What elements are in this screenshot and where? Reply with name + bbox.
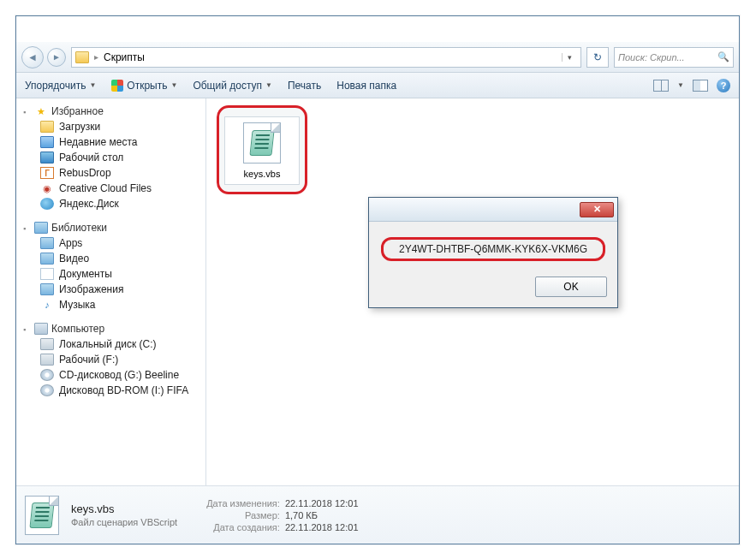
collapse-icon: ▪	[23, 325, 31, 333]
details-file-name: keys.vbs	[71, 503, 177, 515]
details-modified-label: Дата изменения:	[206, 498, 280, 508]
details-pane: keys.vbs Файл сценария VBScript Дата изм…	[16, 485, 739, 544]
sidebar-item-rebusdrop[interactable]: ГRebusDrop	[16, 165, 205, 181]
sidebar-item-drive-g[interactable]: CD-дисковод (G:) Beeline	[16, 367, 205, 383]
file-name-label: keys.vbs	[229, 169, 295, 179]
details-created-label: Дата создания:	[206, 522, 280, 532]
search-placeholder: Поиск: Скрип...	[618, 52, 685, 62]
dialog-close-button[interactable]: ✕	[580, 202, 614, 217]
collapse-icon: ▪	[23, 108, 31, 116]
recent-icon	[40, 136, 54, 148]
drive-icon	[40, 338, 54, 350]
star-icon: ★	[34, 105, 48, 117]
sidebar-item-desktop[interactable]: Рабочий стол	[16, 150, 205, 165]
new-folder-button[interactable]: Новая папка	[336, 80, 396, 92]
search-icon: 🔍	[717, 51, 729, 62]
library-icon	[40, 237, 54, 249]
details-size-label: Размер:	[206, 510, 280, 520]
sidebar-item-drive-i[interactable]: Дисковод BD-ROM (I:) FIFA	[16, 383, 205, 398]
sidebar-item-apps[interactable]: Apps	[16, 235, 205, 251]
print-button[interactable]: Печать	[288, 80, 321, 92]
details-file-type: Файл сценария VBScript	[71, 517, 177, 527]
nav-back-button[interactable]: ◄	[21, 46, 44, 68]
chevron-down-icon: ▼	[170, 81, 177, 89]
favorites-group[interactable]: ▪ ★ Избранное	[16, 104, 205, 119]
sidebar-item-drive-c[interactable]: Локальный диск (C:)	[16, 336, 205, 352]
sidebar-item-documents[interactable]: Документы	[16, 266, 205, 282]
product-key-text: 2Y4WT-DHTBF-Q6MMK-KYK6X-VKM6G	[381, 237, 605, 261]
share-menu[interactable]: Общий доступ ▼	[193, 80, 272, 92]
navigation-bar: ◄ ► ▸ Скрипты ▾ ↻ Поиск: Скрип... 🔍	[16, 42, 739, 73]
video-icon	[40, 253, 54, 265]
view-options-button[interactable]	[653, 80, 669, 92]
desktop-icon	[40, 152, 54, 164]
preview-pane-button[interactable]	[693, 80, 708, 92]
chevron-right-icon: ▸	[94, 52, 98, 62]
libraries-group[interactable]: ▪ Библиотеки	[16, 220, 205, 235]
sidebar-item-creativecloud[interactable]: ◉Creative Cloud Files	[16, 181, 205, 196]
details-created-value: 22.11.2018 12:01	[285, 522, 359, 532]
collapse-icon: ▪	[23, 224, 31, 232]
chevron-down-icon[interactable]: ▼	[677, 81, 684, 89]
chevron-down-icon: ▼	[89, 81, 96, 89]
details-modified-value: 22.11.2018 12:01	[285, 498, 359, 508]
document-icon	[40, 268, 54, 280]
vbscript-icon	[243, 122, 281, 164]
folder-icon	[40, 121, 54, 133]
sidebar-item-recent[interactable]: Недавние места	[16, 134, 205, 150]
open-menu[interactable]: Открыть ▼	[111, 80, 177, 92]
image-icon	[40, 283, 54, 295]
rebusdrop-icon: Г	[40, 167, 54, 179]
computer-group[interactable]: ▪ Компьютер	[16, 321, 205, 336]
open-icon	[111, 80, 123, 92]
folder-icon	[75, 51, 89, 63]
nav-forward-button[interactable]: ►	[47, 48, 66, 67]
chevron-down-icon: ▼	[265, 81, 272, 89]
ok-button[interactable]: OK	[535, 277, 607, 297]
address-segment[interactable]: Скрипты	[104, 51, 145, 63]
search-input[interactable]: Поиск: Скрип... 🔍	[614, 47, 734, 68]
help-icon[interactable]: ?	[717, 79, 730, 92]
yandex-disk-icon	[40, 198, 54, 210]
organize-menu[interactable]: Упорядочить ▼	[25, 80, 96, 92]
creative-cloud-icon: ◉	[40, 182, 54, 194]
library-icon	[34, 222, 48, 234]
address-dropdown-icon[interactable]: ▾	[562, 53, 577, 62]
bd-icon	[40, 384, 54, 396]
address-bar[interactable]: ▸ Скрипты ▾	[71, 47, 581, 68]
sidebar-item-images[interactable]: Изображения	[16, 282, 205, 297]
computer-icon	[34, 323, 48, 335]
music-icon: ♪	[40, 299, 54, 311]
cd-icon	[40, 369, 54, 381]
toolbar: Упорядочить ▼ Открыть ▼ Общий доступ ▼ П…	[16, 73, 739, 98]
message-dialog: ✕ 2Y4WT-DHTBF-Q6MMK-KYK6X-VKM6G OK	[368, 197, 618, 308]
details-size-value: 1,70 КБ	[285, 510, 359, 520]
dialog-titlebar: ✕	[369, 198, 617, 222]
navigation-pane: ▪ ★ Избранное Загрузки Недавние места Ра…	[16, 98, 206, 485]
sidebar-item-drive-f[interactable]: Рабочий (F:)	[16, 352, 205, 367]
sidebar-item-music[interactable]: ♪Музыка	[16, 297, 205, 312]
sidebar-item-downloads[interactable]: Загрузки	[16, 119, 205, 134]
refresh-button[interactable]: ↻	[586, 47, 609, 68]
vbscript-icon	[25, 496, 59, 535]
drive-icon	[40, 354, 54, 366]
sidebar-item-video[interactable]: Видео	[16, 251, 205, 266]
sidebar-item-yandexdisk[interactable]: Яндекс.Диск	[16, 196, 205, 211]
file-item-keys[interactable]: keys.vbs	[217, 105, 307, 194]
